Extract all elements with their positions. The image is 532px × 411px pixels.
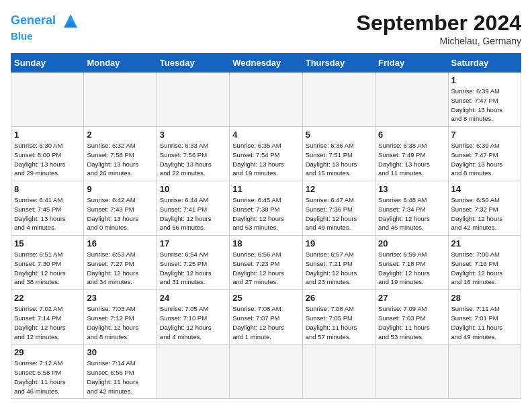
calendar-day: 29Sunrise: 7:12 AM Sunset: 6:58 PM Dayli… [11, 345, 84, 399]
day-number: 23 [87, 293, 153, 303]
calendar-day: 26Sunrise: 7:08 AM Sunset: 7:05 PM Dayli… [302, 290, 375, 345]
calendar-day: 27Sunrise: 7:09 AM Sunset: 7:03 PM Dayli… [375, 290, 448, 345]
day-info: Sunrise: 6:30 AM Sunset: 8:00 PM Dayligh… [14, 141, 81, 178]
day-number: 28 [451, 293, 518, 303]
calendar-day: 5Sunrise: 6:36 AM Sunset: 7:51 PM Daylig… [302, 127, 375, 181]
day-number: 27 [378, 293, 445, 303]
day-number: 15 [14, 238, 81, 248]
calendar-day: 13Sunrise: 6:48 AM Sunset: 7:34 PM Dayli… [375, 181, 448, 236]
calendar-day: 16Sunrise: 6:53 AM Sunset: 7:27 PM Dayli… [84, 236, 157, 290]
day-info: Sunrise: 7:00 AM Sunset: 7:16 PM Dayligh… [451, 250, 518, 287]
calendar-day: 20Sunrise: 6:59 AM Sunset: 7:18 PM Dayli… [375, 236, 448, 290]
day-number: 22 [14, 293, 81, 303]
header-tuesday: Tuesday [157, 54, 229, 73]
calendar-day: 19Sunrise: 6:57 AM Sunset: 7:21 PM Dayli… [302, 236, 375, 290]
page-header: General Blue September 2024 Michelau, Ge… [11, 11, 521, 46]
title-area: September 2024 Michelau, Germany [357, 11, 521, 46]
calendar-day: 2Sunrise: 6:32 AM Sunset: 7:58 PM Daylig… [84, 127, 157, 181]
calendar-day [157, 345, 229, 399]
header-sunday: Sunday [11, 54, 84, 73]
day-info: Sunrise: 7:12 AM Sunset: 6:58 PM Dayligh… [14, 359, 81, 396]
day-number: 9 [87, 184, 153, 194]
calendar-day: 17Sunrise: 6:54 AM Sunset: 7:25 PM Dayli… [157, 236, 229, 290]
day-info: Sunrise: 6:39 AM Sunset: 7:47 PM Dayligh… [451, 141, 518, 178]
day-info: Sunrise: 6:50 AM Sunset: 7:32 PM Dayligh… [451, 195, 518, 232]
calendar-day: 12Sunrise: 6:47 AM Sunset: 7:36 PM Dayli… [302, 181, 375, 236]
day-number: 5 [306, 130, 372, 140]
day-info: Sunrise: 6:47 AM Sunset: 7:36 PM Dayligh… [306, 195, 372, 232]
calendar-week-2: 1Sunrise: 6:30 AM Sunset: 8:00 PM Daylig… [11, 127, 521, 181]
header-wednesday: Wednesday [230, 54, 302, 73]
calendar-day [84, 73, 157, 127]
day-info: Sunrise: 7:05 AM Sunset: 7:10 PM Dayligh… [160, 304, 226, 341]
day-info: Sunrise: 6:32 AM Sunset: 7:58 PM Dayligh… [87, 141, 153, 178]
calendar-header-row: SundayMondayTuesdayWednesdayThursdayFrid… [11, 54, 521, 73]
day-info: Sunrise: 7:14 AM Sunset: 6:56 PM Dayligh… [87, 359, 153, 396]
day-info: Sunrise: 7:09 AM Sunset: 7:03 PM Dayligh… [378, 304, 445, 341]
calendar-day: 9Sunrise: 6:42 AM Sunset: 7:43 PM Daylig… [84, 181, 157, 236]
day-info: Sunrise: 6:57 AM Sunset: 7:21 PM Dayligh… [306, 250, 372, 287]
day-info: Sunrise: 6:54 AM Sunset: 7:25 PM Dayligh… [160, 250, 226, 287]
day-info: Sunrise: 6:42 AM Sunset: 7:43 PM Dayligh… [87, 195, 153, 232]
day-number: 8 [14, 184, 81, 194]
day-info: Sunrise: 6:35 AM Sunset: 7:54 PM Dayligh… [232, 141, 299, 178]
calendar-day: 4Sunrise: 6:35 AM Sunset: 7:54 PM Daylig… [230, 127, 302, 181]
day-number: 12 [306, 184, 372, 194]
day-info: Sunrise: 6:38 AM Sunset: 7:49 PM Dayligh… [378, 141, 445, 178]
day-number: 19 [306, 238, 372, 248]
day-info: Sunrise: 6:45 AM Sunset: 7:38 PM Dayligh… [232, 195, 299, 232]
calendar-day: 6Sunrise: 6:38 AM Sunset: 7:49 PM Daylig… [375, 127, 448, 181]
day-number: 14 [451, 184, 518, 194]
month-title: September 2024 [357, 11, 521, 36]
calendar-day [302, 73, 375, 127]
day-info: Sunrise: 6:41 AM Sunset: 7:45 PM Dayligh… [14, 195, 81, 232]
calendar-day: 10Sunrise: 6:44 AM Sunset: 7:41 PM Dayli… [157, 181, 229, 236]
calendar-week-4: 15Sunrise: 6:51 AM Sunset: 7:30 PM Dayli… [11, 236, 521, 290]
calendar-day: 25Sunrise: 7:06 AM Sunset: 7:07 PM Dayli… [230, 290, 302, 345]
logo: General Blue [11, 11, 81, 42]
calendar-day: 30Sunrise: 7:14 AM Sunset: 6:56 PM Dayli… [84, 345, 157, 399]
day-number: 25 [232, 293, 299, 303]
calendar-day: 1Sunrise: 6:39 AM Sunset: 7:47 PM Daylig… [448, 73, 521, 127]
calendar-day: 22Sunrise: 7:02 AM Sunset: 7:14 PM Dayli… [11, 290, 84, 345]
calendar-day [302, 345, 375, 399]
calendar-day [375, 73, 448, 127]
day-number: 21 [451, 238, 518, 248]
day-info: Sunrise: 7:02 AM Sunset: 7:14 PM Dayligh… [14, 304, 81, 341]
day-info: Sunrise: 7:11 AM Sunset: 7:01 PM Dayligh… [451, 304, 518, 341]
calendar-week-6: 29Sunrise: 7:12 AM Sunset: 6:58 PM Dayli… [11, 345, 521, 399]
logo-blue-text: Blue [11, 31, 81, 42]
day-number: 26 [306, 293, 372, 303]
day-number: 7 [451, 130, 518, 140]
day-number: 20 [378, 238, 445, 248]
calendar-day: 15Sunrise: 6:51 AM Sunset: 7:30 PM Dayli… [11, 236, 84, 290]
day-number: 18 [232, 238, 299, 248]
calendar-day: 3Sunrise: 6:33 AM Sunset: 7:56 PM Daylig… [157, 127, 229, 181]
day-info: Sunrise: 6:44 AM Sunset: 7:41 PM Dayligh… [160, 195, 226, 232]
day-number: 17 [160, 238, 226, 248]
day-number: 30 [87, 347, 153, 357]
day-info: Sunrise: 6:59 AM Sunset: 7:18 PM Dayligh… [378, 250, 445, 287]
location: Michelau, Germany [357, 36, 521, 46]
header-saturday: Saturday [448, 54, 521, 73]
day-info: Sunrise: 6:33 AM Sunset: 7:56 PM Dayligh… [160, 141, 226, 178]
calendar-day [448, 345, 521, 399]
calendar-day: 11Sunrise: 6:45 AM Sunset: 7:38 PM Dayli… [230, 181, 302, 236]
calendar-week-1: 1Sunrise: 6:39 AM Sunset: 7:47 PM Daylig… [11, 73, 521, 127]
day-info: Sunrise: 6:48 AM Sunset: 7:34 PM Dayligh… [378, 195, 445, 232]
day-number: 3 [160, 130, 226, 140]
calendar-day [157, 73, 229, 127]
day-number: 10 [160, 184, 226, 194]
day-number: 16 [87, 238, 153, 248]
calendar-week-3: 8Sunrise: 6:41 AM Sunset: 7:45 PM Daylig… [11, 181, 521, 236]
day-number: 13 [378, 184, 445, 194]
day-info: Sunrise: 6:36 AM Sunset: 7:51 PM Dayligh… [306, 141, 372, 178]
calendar-week-5: 22Sunrise: 7:02 AM Sunset: 7:14 PM Dayli… [11, 290, 521, 345]
day-info: Sunrise: 7:03 AM Sunset: 7:12 PM Dayligh… [87, 304, 153, 341]
calendar-day [230, 73, 302, 127]
calendar-day: 8Sunrise: 6:41 AM Sunset: 7:45 PM Daylig… [11, 181, 84, 236]
calendar-day: 14Sunrise: 6:50 AM Sunset: 7:32 PM Dayli… [448, 181, 521, 236]
calendar-day [375, 345, 448, 399]
day-number: 2 [87, 130, 153, 140]
day-number: 6 [378, 130, 445, 140]
